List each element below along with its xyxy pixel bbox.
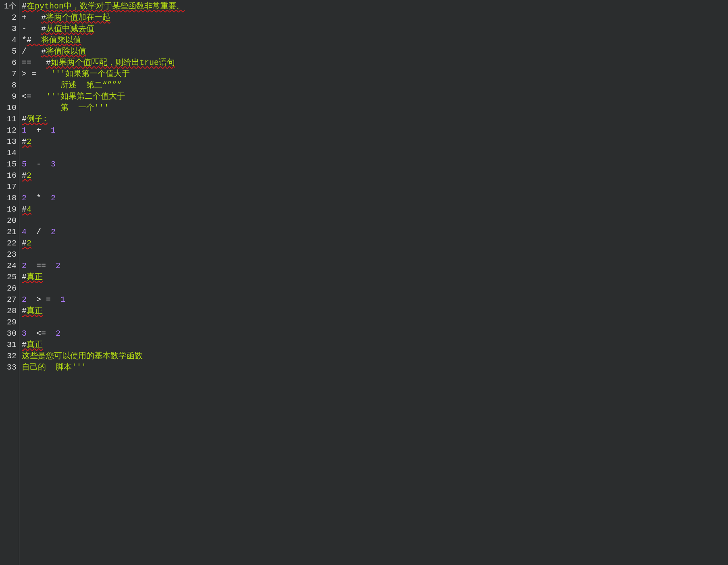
line-number: 10 — [0, 102, 17, 114]
line-number: 18 — [0, 193, 17, 204]
line-number: 19 — [0, 204, 17, 215]
code-line[interactable]: / #将值除以值 — [22, 46, 728, 57]
line-number: 20 — [0, 215, 17, 226]
token: 将值除以值 — [46, 47, 86, 56]
code-line[interactable]: #在python中，数学对于某些函数非常重要。 — [22, 1, 728, 12]
token: # — [41, 24, 46, 33]
code-line[interactable] — [22, 147, 728, 159]
code-line[interactable]: #真正 — [22, 339, 728, 351]
token: / — [27, 227, 51, 237]
token: # — [41, 13, 46, 22]
line-number: 26 — [0, 283, 17, 294]
token: 例子: — [27, 114, 48, 124]
code-line[interactable]: + #将两个值加在一起 — [22, 12, 728, 23]
line-number: 7 — [0, 69, 17, 80]
code-line[interactable]: 4 / 2 — [22, 226, 728, 238]
code-line[interactable]: - #从值中减去值 — [22, 23, 728, 35]
line-number: 13 — [0, 136, 17, 147]
line-number: 9 — [0, 91, 17, 102]
code-line[interactable]: 2 == 2 — [22, 260, 728, 272]
token: 自己的 脚本''' — [22, 363, 86, 372]
token: '''如果第二个值大于 — [46, 92, 125, 101]
token: > = — [22, 69, 51, 79]
token: 真正 — [27, 306, 43, 316]
token: * — [27, 193, 51, 203]
token: 2 — [51, 193, 56, 203]
token: 从值中减去值 — [46, 24, 94, 33]
code-line[interactable]: 2 * 2 — [22, 193, 728, 204]
token: 4 — [27, 205, 31, 214]
line-number: 27 — [0, 294, 17, 305]
code-line[interactable]: <= '''如果第二个值大于 — [22, 91, 728, 102]
line-number: 24 — [0, 260, 17, 272]
token: 所述 第二“””” — [22, 81, 122, 90]
token: 4 — [22, 227, 27, 237]
line-number: 29 — [0, 317, 17, 328]
token: 如果两个值匹配，则给出true语句 — [51, 58, 175, 67]
code-area[interactable]: #在python中，数学对于某些函数非常重要。+ #将两个值加在一起- #从值中… — [19, 0, 728, 565]
line-number: 23 — [0, 249, 17, 260]
token: # — [22, 239, 27, 248]
token: # — [46, 58, 51, 67]
line-number: 5 — [0, 46, 17, 57]
line-number: 28 — [0, 305, 17, 317]
token: 2 — [56, 261, 60, 270]
code-line[interactable]: #真正 — [22, 272, 728, 283]
token: 1 — [51, 126, 56, 135]
line-number: 17 — [0, 181, 17, 193]
token: 第 一个''' — [22, 103, 109, 112]
line-number: 15 — [0, 159, 17, 170]
code-line[interactable]: 第 一个''' — [22, 102, 728, 114]
code-line[interactable]: == #如果两个值匹配，则给出true语句 — [22, 57, 728, 69]
code-line[interactable]: 2 > = 1 — [22, 294, 728, 305]
code-line[interactable]: #例子: — [22, 114, 728, 125]
line-number-gutter: 1个23456789101112131415161718192021222324… — [0, 0, 19, 565]
token: 2 — [56, 329, 60, 338]
line-number: 14 — [0, 147, 17, 159]
code-line[interactable]: *# 将值乘以值 — [22, 35, 728, 46]
token: 2 — [22, 261, 27, 270]
token: # — [22, 114, 27, 124]
token: * — [22, 35, 27, 45]
line-number: 32 — [0, 351, 17, 362]
line-number: 16 — [0, 170, 17, 181]
token: 1 — [60, 295, 65, 304]
code-line[interactable]: 所述 第二“””” — [22, 80, 728, 91]
token: <= — [27, 329, 56, 338]
token: 2 — [51, 227, 56, 237]
code-editor[interactable]: 1个23456789101112131415161718192021222324… — [0, 0, 728, 565]
code-line[interactable] — [22, 181, 728, 193]
token: # — [22, 137, 27, 146]
code-line[interactable] — [22, 249, 728, 260]
code-line[interactable]: 5 - 3 — [22, 159, 728, 170]
token: # — [22, 2, 27, 11]
code-line[interactable]: 3 <= 2 — [22, 328, 728, 339]
token: 2 — [27, 239, 31, 248]
line-number: 25 — [0, 272, 17, 283]
code-line[interactable]: #真正 — [22, 305, 728, 317]
code-line[interactable]: > = '''如果第一个值大于 — [22, 69, 728, 80]
code-line[interactable]: 这些是您可以使用的基本数学函数 — [22, 351, 728, 362]
token: 真正 — [27, 340, 43, 349]
code-line[interactable] — [22, 317, 728, 328]
line-number: 11 — [0, 114, 17, 125]
code-line[interactable] — [22, 215, 728, 226]
line-number: 21 — [0, 226, 17, 238]
token: / — [22, 47, 41, 56]
line-number: 12 — [0, 125, 17, 136]
token: 在python中，数学对于某些函数非常重要。 — [27, 2, 185, 11]
code-line[interactable]: 1 + 1 — [22, 125, 728, 136]
token: 2 — [27, 171, 31, 180]
code-line[interactable] — [22, 283, 728, 294]
code-line[interactable]: #2 — [22, 136, 728, 147]
line-number: 1个 — [0, 1, 17, 12]
line-number: 31 — [0, 339, 17, 351]
code-line[interactable]: #4 — [22, 204, 728, 215]
line-number: 8 — [0, 80, 17, 91]
code-line[interactable]: 自己的 脚本''' — [22, 362, 728, 373]
token: 这些是您可以使用的基本数学函数 — [22, 351, 143, 361]
code-line[interactable]: #2 — [22, 238, 728, 249]
code-line[interactable]: #2 — [22, 170, 728, 181]
line-number: 2 — [0, 12, 17, 23]
token: # — [22, 205, 27, 214]
